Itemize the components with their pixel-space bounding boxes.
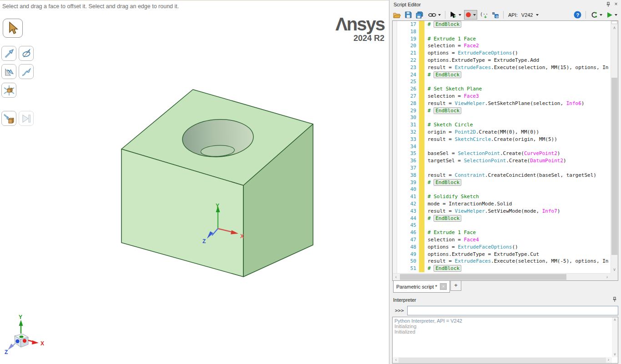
- code-horizontal-scrollbar[interactable]: ‹ ›: [393, 273, 611, 280]
- code-line[interactable]: 44# EndBlock: [393, 215, 611, 222]
- svg-text:G: G: [495, 14, 498, 18]
- cursor-add-icon: +: [449, 11, 457, 19]
- tab-close-icon[interactable]: ×: [440, 283, 447, 290]
- record-selection-button[interactable]: +: [448, 10, 463, 20]
- svg-text:+: +: [454, 15, 456, 19]
- pin-icon[interactable]: [612, 297, 617, 302]
- interpreter-horizontal-scrollbar[interactable]: ‹ ›: [393, 357, 612, 363]
- scroll-down-arrow[interactable]: ∨: [611, 266, 618, 273]
- editor-split-grip[interactable]: [611, 21, 617, 24]
- interpreter-title: Interpreter: [393, 297, 416, 303]
- interpreter-prompt: >>>: [395, 308, 404, 314]
- 3d-viewport[interactable]: Select and drag a face to offset it. Sel…: [0, 0, 389, 364]
- scroll-up-arrow[interactable]: ∧: [611, 25, 618, 31]
- api-dropdown-arrow[interactable]: [536, 14, 539, 16]
- code-editor[interactable]: 17# EndBlock1819# Extrude 1 Face20select…: [392, 20, 618, 281]
- record-icon: [465, 12, 471, 18]
- horizontal-scroll-thumb[interactable]: [400, 274, 566, 280]
- code-line[interactable]: 38result = Constraint.CreateCoincident(b…: [393, 172, 611, 179]
- close-icon[interactable]: ×: [613, 1, 619, 7]
- code-line[interactable]: 28result = ViewHelper.SetSketchPlane(sel…: [393, 100, 611, 107]
- code-line[interactable]: 31# Sketch Circle: [393, 121, 611, 129]
- new-tab-button[interactable]: +: [450, 281, 461, 291]
- code-line[interactable]: 48options = ExtrudeFaceOptions(): [393, 244, 611, 251]
- tab-parametric-script[interactable]: Parametric script * ×: [393, 281, 450, 293]
- code-line[interactable]: 29# EndBlock: [393, 107, 611, 115]
- solid-model[interactable]: Y X Z Y X Z: [0, 0, 389, 364]
- code-line[interactable]: 32origin = Point2D.Create(MM(0), MM(0)): [393, 129, 611, 136]
- code-line[interactable]: 18: [393, 28, 611, 35]
- code-line[interactable]: 51# EndBlock: [393, 265, 611, 272]
- code-line[interactable]: 36targetSel = SelectionPoint.Create(Datu…: [393, 157, 611, 165]
- app-window: Select and drag a face to offset it. Sel…: [0, 0, 621, 364]
- code-lines[interactable]: 17# EndBlock1819# Extrude 1 Face20select…: [393, 21, 611, 272]
- insert-parameter-button[interactable]: (··) +: [479, 10, 489, 20]
- code-line[interactable]: 39# EndBlock: [393, 179, 611, 186]
- scroll-up-arrow[interactable]: ∧: [612, 317, 618, 323]
- open-script-button[interactable]: [392, 10, 402, 20]
- nav-triad[interactable]: Y X Z: [5, 314, 44, 355]
- code-line[interactable]: 23result = ExtrudeFaces.Execute(selectio…: [393, 64, 611, 71]
- scroll-right-arrow[interactable]: ›: [605, 357, 612, 363]
- nav-z-label: Z: [5, 349, 8, 355]
- code-line[interactable]: 34: [393, 143, 611, 150]
- interpreter-vertical-scrollbar[interactable]: ∧ ∨: [612, 317, 618, 357]
- code-line[interactable]: 37: [393, 165, 611, 172]
- code-line[interactable]: 42mode = InteractionMode.Solid: [393, 200, 611, 208]
- code-line[interactable]: 33result = SketchCircle.Create(origin, M…: [393, 136, 611, 143]
- record-selection-dropdown-arrow[interactable]: [459, 14, 461, 16]
- parameter-add-icon: (··) +: [480, 11, 488, 19]
- api-version-value: V242: [521, 12, 533, 18]
- interpreter-output-line: Initialized: [394, 329, 610, 334]
- record-dropdown-arrow[interactable]: [473, 14, 476, 16]
- scroll-right-arrow[interactable]: ›: [604, 274, 611, 280]
- run-dropdown-arrow[interactable]: [615, 14, 617, 16]
- toolbar-separator: [586, 11, 586, 19]
- scroll-down-arrow[interactable]: ∨: [612, 352, 618, 357]
- record-button-active[interactable]: [464, 10, 477, 20]
- vertical-scroll-thumb[interactable]: [611, 78, 617, 255]
- code-line[interactable]: 30: [393, 114, 611, 121]
- save-script-button[interactable]: [404, 10, 413, 20]
- run-script-button[interactable]: [605, 10, 619, 20]
- code-line[interactable]: 27selection = Face3: [393, 93, 611, 100]
- play-icon: [606, 12, 613, 18]
- code-line[interactable]: 35baseSel = SelectionPoint.Create(CurveP…: [393, 150, 611, 157]
- rename-variable-button[interactable]: B G: [490, 10, 500, 20]
- code-line[interactable]: 43result = ViewHelper.SetViewMode(mode, …: [393, 208, 611, 215]
- code-line[interactable]: 20selection = Face2: [393, 42, 611, 50]
- code-line[interactable]: 17# EndBlock: [393, 21, 611, 28]
- code-line[interactable]: 25: [393, 78, 611, 85]
- code-line[interactable]: 45: [393, 222, 611, 229]
- code-line[interactable]: 50result = ExtrudeFaces.Execute(selectio…: [393, 258, 611, 265]
- loop-dropdown-arrow[interactable]: [600, 14, 602, 16]
- link-dropdown-arrow[interactable]: [438, 14, 441, 16]
- run-loop-button[interactable]: [589, 10, 604, 20]
- code-view[interactable]: 17# EndBlock1819# Extrude 1 Face20select…: [393, 21, 611, 273]
- scroll-left-arrow[interactable]: ‹: [393, 274, 399, 280]
- code-line[interactable]: 40: [393, 186, 611, 193]
- code-line[interactable]: 47selection = Face4: [393, 236, 611, 244]
- help-button[interactable]: ?: [572, 10, 583, 20]
- code-line[interactable]: 49options.ExtrudeType = ExtrudeType.Cut: [393, 251, 611, 258]
- code-line[interactable]: 22options.ExtrudeType = ExtrudeType.Add: [393, 57, 611, 64]
- api-version-dropdown[interactable]: V242: [520, 10, 540, 20]
- interpreter-input[interactable]: [407, 306, 618, 315]
- pin-icon[interactable]: [606, 2, 611, 7]
- link-button[interactable]: [427, 10, 442, 20]
- interpreter-input-row: >>>: [392, 306, 618, 316]
- save-all-button[interactable]: [414, 10, 425, 20]
- nav-y-label: Y: [19, 314, 22, 320]
- code-line[interactable]: 26# Set Sketch Plane: [393, 85, 611, 93]
- horizontal-scroll-thumb[interactable]: [399, 358, 606, 363]
- nav-x-label: X: [40, 340, 44, 347]
- code-line[interactable]: 46# Extrude 1 Face: [393, 229, 611, 236]
- code-line[interactable]: 41# Solidify Sketch: [393, 193, 611, 200]
- code-line[interactable]: 24# EndBlock: [393, 71, 611, 79]
- help-icon: ?: [574, 11, 581, 19]
- code-line[interactable]: 19# Extrude 1 Face: [393, 35, 611, 43]
- interpreter-output[interactable]: Python Interpreter, API = V242Initializi…: [392, 317, 618, 364]
- interpreter-header: Interpreter: [389, 295, 621, 305]
- code-line[interactable]: 21options = ExtrudeFaceOptions(): [393, 50, 611, 57]
- code-vertical-scrollbar[interactable]: ∧ ∨: [611, 21, 618, 273]
